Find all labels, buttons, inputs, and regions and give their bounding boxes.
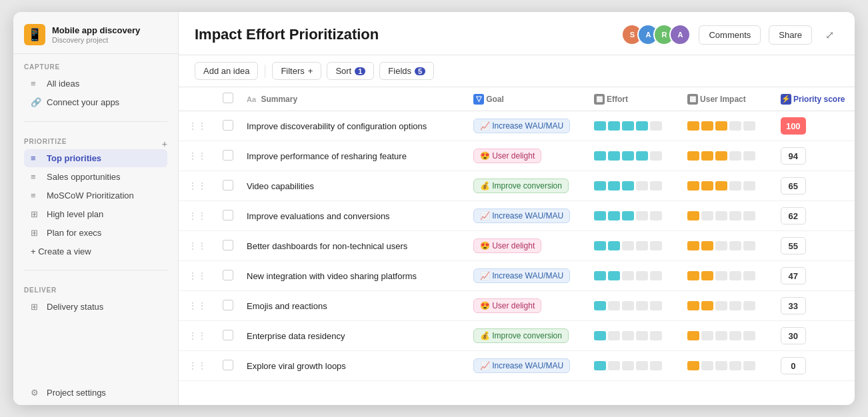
priority-score-badge: 94 — [781, 147, 806, 165]
sidebar-item-connect-apps[interactable]: 🔗 Connect your apps — [24, 93, 167, 111]
th-summary: Aa Summary — [240, 87, 467, 111]
table-row: ⋮⋮Video capabilities💰 Improve conversion… — [179, 171, 855, 201]
impact-block-empty — [729, 181, 741, 191]
impact-blocks — [687, 301, 767, 310]
add-idea-button[interactable]: Add an idea — [195, 62, 258, 80]
fields-button[interactable]: Fields 5 — [379, 62, 434, 80]
effort-block-filled — [622, 181, 634, 191]
effort-blocks — [594, 301, 674, 310]
settings-section: ⚙ Project settings — [13, 374, 178, 405]
impact-block-empty — [715, 361, 727, 370]
impact-block-filled — [687, 241, 699, 250]
page-title: Impact Effort Prioritization — [195, 26, 379, 43]
gear-icon: ⚙ — [31, 388, 41, 398]
app-title: Mobile app discovery — [52, 25, 140, 37]
goal-badge: 😍 User delight — [473, 298, 541, 313]
row-user-impact — [681, 321, 774, 351]
capture-label: CAPTURE — [24, 63, 167, 71]
effort-block-filled — [608, 151, 620, 161]
select-all-checkbox[interactable] — [223, 93, 233, 103]
drag-handle-icon[interactable]: ⋮⋮ — [185, 360, 209, 371]
share-button[interactable]: Share — [769, 25, 812, 45]
sidebar-item-top-priorities[interactable]: ≡ Top priorities — [24, 149, 167, 167]
drag-handle-icon[interactable]: ⋮⋮ — [185, 210, 209, 221]
effort-block-empty — [650, 241, 662, 250]
impact-block-empty — [729, 151, 741, 161]
toolbar-divider-1 — [265, 65, 265, 78]
comments-button[interactable]: Comments — [699, 25, 761, 45]
impact-block-empty — [729, 121, 741, 131]
row-checkbox[interactable] — [223, 210, 233, 220]
effort-block-filled — [608, 271, 620, 280]
th-check — [216, 87, 240, 111]
row-checkbox[interactable] — [223, 240, 233, 250]
effort-block-empty — [622, 361, 634, 370]
th-effort: ▦ Effort — [587, 87, 681, 111]
effort-block-filled — [608, 211, 620, 220]
sidebar-item-project-settings[interactable]: ⚙ Project settings — [24, 384, 167, 402]
drag-handle-icon[interactable]: ⋮⋮ — [185, 121, 209, 131]
drag-handle-icon[interactable]: ⋮⋮ — [185, 270, 209, 281]
effort-block-empty — [622, 241, 634, 250]
effort-block-filled — [594, 331, 606, 340]
sidebar-item-sales-opportunities[interactable]: ≡ Sales opportunities — [24, 168, 167, 186]
row-checkbox[interactable] — [223, 360, 233, 370]
add-idea-label: Add an idea — [203, 66, 249, 76]
row-checkbox[interactable] — [223, 270, 233, 280]
impact-block-filled — [701, 301, 713, 310]
th-drag — [179, 87, 216, 111]
row-checkbox[interactable] — [223, 300, 233, 310]
sidebar-item-plan-for-execs[interactable]: ⊞ Plan for execs — [24, 224, 167, 242]
row-effort — [587, 321, 681, 351]
effort-block-empty — [650, 301, 662, 310]
impact-blocks — [687, 181, 767, 191]
drag-handle-icon[interactable]: ⋮⋮ — [185, 330, 209, 341]
sidebar-item-all-ideas[interactable]: ≡ All ideas — [24, 75, 167, 93]
effort-block-filled — [594, 301, 606, 310]
sort-label: Sort — [335, 66, 351, 76]
row-checkbox[interactable] — [223, 330, 233, 340]
avatar-group: S A R A — [621, 24, 691, 45]
row-effort — [587, 171, 681, 201]
add-view-icon[interactable]: + — [162, 139, 167, 149]
effort-blocks — [594, 241, 674, 250]
effort-blocks — [594, 361, 674, 370]
row-goal: 📈 Increase WAU/MAU — [467, 111, 587, 141]
sidebar-item-moscow[interactable]: ≡ MoSCoW Prioritization — [24, 187, 167, 205]
sidebar-divider-1 — [24, 121, 167, 122]
drag-handle-icon[interactable]: ⋮⋮ — [185, 181, 209, 191]
drag-handle-icon[interactable]: ⋮⋮ — [185, 151, 209, 161]
impact-block-filled — [701, 181, 713, 191]
row-checkbox[interactable] — [223, 180, 233, 191]
effort-block-empty — [650, 331, 662, 340]
drag-handle-icon[interactable]: ⋮⋮ — [185, 300, 209, 311]
effort-blocks — [594, 331, 674, 340]
impact-block-empty — [715, 271, 727, 280]
effort-block-empty — [650, 121, 662, 131]
filters-button[interactable]: Filters + — [272, 62, 321, 80]
row-effort — [587, 231, 681, 261]
sort-button[interactable]: Sort 1 — [327, 62, 374, 80]
row-checkbox[interactable] — [223, 150, 233, 161]
effort-block-filled — [636, 121, 648, 131]
drag-handle-icon[interactable]: ⋮⋮ — [185, 240, 209, 251]
impact-block-empty — [701, 361, 713, 370]
list-icon: ≡ — [31, 172, 41, 182]
table-row: ⋮⋮Better dashboards for non-technical us… — [179, 231, 855, 261]
sidebar-item-high-level-plan[interactable]: ⊞ High level plan — [24, 205, 167, 223]
impact-block-empty — [743, 151, 755, 161]
sidebar-item-delivery-status[interactable]: ⊞ Delivery status — [24, 298, 167, 316]
th-effort-label: Effort — [607, 94, 628, 103]
table-row: ⋮⋮Improve performance of resharing featu… — [179, 141, 855, 171]
row-checkbox[interactable] — [223, 120, 233, 131]
effort-block-empty — [608, 301, 620, 310]
impact-block-empty — [729, 361, 741, 370]
effort-block-filled — [594, 121, 606, 131]
sidebar-item-label: Top priorities — [47, 153, 101, 163]
prioritize-label: PRIORITIZE — [24, 138, 67, 145]
row-goal: 📈 Increase WAU/MAU — [467, 261, 587, 291]
impact-block-empty — [729, 331, 741, 340]
create-view-button[interactable]: + Create a view — [24, 242, 167, 260]
expand-icon[interactable]: ⤢ — [820, 25, 839, 44]
effort-block-empty — [622, 271, 634, 280]
